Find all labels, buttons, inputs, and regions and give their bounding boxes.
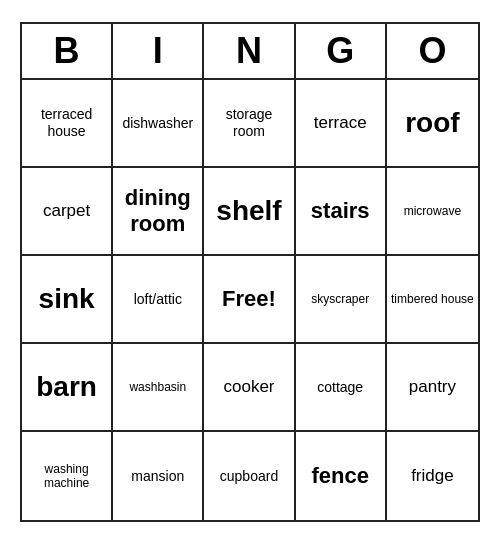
- cell-text-23: fence: [311, 463, 368, 489]
- bingo-cell-20[interactable]: washing machine: [22, 432, 113, 520]
- cell-text-13: skyscraper: [311, 292, 369, 306]
- bingo-cell-21[interactable]: mansion: [113, 432, 204, 520]
- cell-text-8: stairs: [311, 198, 370, 224]
- bingo-cell-23[interactable]: fence: [296, 432, 387, 520]
- bingo-cell-24[interactable]: fridge: [387, 432, 478, 520]
- cell-text-14: timbered house: [391, 292, 474, 306]
- bingo-cell-5[interactable]: carpet: [22, 168, 113, 256]
- cell-text-22: cupboard: [220, 468, 278, 485]
- bingo-cell-15[interactable]: barn: [22, 344, 113, 432]
- bingo-cell-22[interactable]: cupboard: [204, 432, 295, 520]
- bingo-cell-12[interactable]: Free!: [204, 256, 295, 344]
- header-letter-I: I: [113, 24, 204, 78]
- bingo-cell-7[interactable]: shelf: [204, 168, 295, 256]
- cell-text-5: carpet: [43, 201, 90, 221]
- bingo-cell-13[interactable]: skyscraper: [296, 256, 387, 344]
- header-letter-N: N: [204, 24, 295, 78]
- cell-text-10: sink: [39, 282, 95, 316]
- cell-text-12: Free!: [222, 286, 276, 312]
- cell-text-7: shelf: [216, 194, 281, 228]
- header-letter-B: B: [22, 24, 113, 78]
- bingo-cell-8[interactable]: stairs: [296, 168, 387, 256]
- cell-text-21: mansion: [131, 468, 184, 485]
- bingo-cell-3[interactable]: terrace: [296, 80, 387, 168]
- cell-text-24: fridge: [411, 466, 454, 486]
- cell-text-20: washing machine: [26, 462, 107, 491]
- bingo-cell-1[interactable]: dishwasher: [113, 80, 204, 168]
- cell-text-4: roof: [405, 106, 459, 140]
- cell-text-16: washbasin: [129, 380, 186, 394]
- bingo-cell-0[interactable]: terraced house: [22, 80, 113, 168]
- cell-text-3: terrace: [314, 113, 367, 133]
- cell-text-9: microwave: [404, 204, 461, 218]
- cell-text-15: barn: [36, 370, 97, 404]
- bingo-cell-11[interactable]: loft/attic: [113, 256, 204, 344]
- bingo-cell-17[interactable]: cooker: [204, 344, 295, 432]
- cell-text-11: loft/attic: [134, 291, 182, 308]
- bingo-cell-19[interactable]: pantry: [387, 344, 478, 432]
- bingo-cell-10[interactable]: sink: [22, 256, 113, 344]
- header-letter-G: G: [296, 24, 387, 78]
- bingo-grid: terraced housedishwasherstorage roomterr…: [22, 80, 478, 520]
- cell-text-0: terraced house: [26, 106, 107, 140]
- cell-text-1: dishwasher: [122, 115, 193, 132]
- header-letter-O: O: [387, 24, 478, 78]
- cell-text-18: cottage: [317, 379, 363, 396]
- bingo-cell-16[interactable]: washbasin: [113, 344, 204, 432]
- bingo-cell-4[interactable]: roof: [387, 80, 478, 168]
- cell-text-2: storage room: [208, 106, 289, 140]
- bingo-card: BINGO terraced housedishwasherstorage ro…: [20, 22, 480, 522]
- bingo-cell-6[interactable]: dining room: [113, 168, 204, 256]
- cell-text-19: pantry: [409, 377, 456, 397]
- bingo-cell-18[interactable]: cottage: [296, 344, 387, 432]
- bingo-cell-9[interactable]: microwave: [387, 168, 478, 256]
- bingo-header: BINGO: [22, 24, 478, 80]
- cell-text-6: dining room: [117, 185, 198, 238]
- bingo-cell-2[interactable]: storage room: [204, 80, 295, 168]
- bingo-cell-14[interactable]: timbered house: [387, 256, 478, 344]
- cell-text-17: cooker: [223, 377, 274, 397]
